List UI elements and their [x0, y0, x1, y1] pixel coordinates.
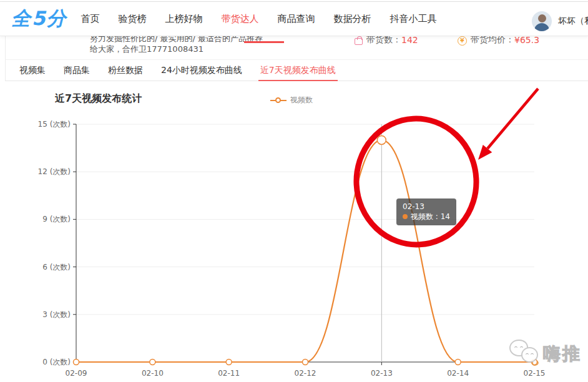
app-screen: 全5分 首页 验货榜 上榜好物 带货达人 商品查询 数据分析 抖音小工具 坏坏（… — [0, 0, 588, 382]
y-axis-tick-label: 3 (次数) — [42, 310, 71, 319]
x-axis-tick-label: 02-12 — [295, 369, 316, 378]
tab-24h-publish-curve[interactable]: 24小时视频发布曲线 — [161, 60, 242, 81]
haitui-watermark: 嗨推 — [506, 338, 582, 370]
chart-legend[interactable]: 视频数 — [270, 95, 313, 105]
nav-item-inspection-rank[interactable]: 验货榜 — [119, 13, 147, 25]
watermark-text: 嗨推 — [543, 342, 582, 366]
y-axis-tick-label: 0 (次数) — [42, 358, 71, 366]
nav-item-influencers[interactable]: 带货达人 — [222, 13, 259, 25]
nav-item-home[interactable]: 首页 — [81, 13, 100, 25]
x-axis-tick-label: 02-14 — [447, 369, 469, 378]
app-logo[interactable]: 全5分 — [11, 6, 67, 32]
user-name[interactable]: 坏坏（私人 — [558, 16, 588, 27]
tab-video-collection[interactable]: 视频集 — [19, 60, 46, 81]
tooltip-value: 视频数 : 14 — [411, 212, 450, 221]
user-avatar[interactable] — [532, 11, 552, 31]
tooltip-date: 02-13 — [403, 202, 450, 212]
chart-title: 近7天视频发布统计 — [55, 92, 142, 105]
data-point-marker — [377, 135, 386, 144]
series-line — [76, 140, 534, 362]
series-dot-icon — [403, 214, 408, 219]
x-axis-tick-label: 02-15 — [524, 369, 546, 378]
y-axis-tick-label: 15 (次数) — [38, 120, 71, 129]
y-axis-tick-label: 9 (次数) — [42, 215, 71, 223]
nav-item-top-goods[interactable]: 上榜好物 — [165, 13, 203, 25]
nav-item-product-search[interactable]: 商品查询 — [278, 13, 315, 25]
chart-tooltip: 02-13 视频数 : 14 — [396, 198, 456, 225]
line-chart-plot-area[interactable]: 0 (次数)3 (次数)6 (次数)9 (次数)12 (次数)15 (次数)02… — [0, 0, 588, 382]
tab-fans-data[interactable]: 粉丝数据 — [108, 60, 143, 81]
legend-label: 视频数 — [290, 95, 313, 105]
line-series-legend-icon — [270, 97, 287, 103]
data-point-marker — [455, 360, 461, 365]
chat-bubbles-logo-icon — [506, 338, 542, 370]
nav-item-douyin-tools[interactable]: 抖音小工具 — [390, 13, 437, 25]
tooltip-series-row: 视频数 : 14 — [403, 212, 450, 222]
x-axis-tick-label: 02-10 — [142, 369, 164, 378]
x-axis-tick-label: 02-09 — [66, 369, 87, 378]
nav-item-data-analysis[interactable]: 数据分析 — [334, 13, 371, 25]
y-axis-tick-label: 12 (次数) — [38, 167, 71, 176]
active-nav-underline — [244, 41, 284, 43]
x-axis-tick-label: 02-11 — [218, 369, 240, 378]
x-axis-tick-label: 02-13 — [371, 369, 393, 378]
main-nav: 首页 验货榜 上榜好物 带货达人 商品查询 数据分析 抖音小工具 — [81, 13, 437, 25]
data-point-marker — [226, 360, 232, 365]
data-point-marker — [150, 360, 155, 365]
data-point-marker — [303, 360, 308, 365]
tab-7day-publish-curve[interactable]: 近7天视频发布曲线 — [260, 60, 336, 81]
user-account[interactable]: 坏坏（私人 — [532, 4, 588, 38]
detail-tabbar: 视频集 商品集 粉丝数据 24小时视频发布曲线 近7天视频发布曲线 — [5, 59, 588, 81]
top-navbar: 全5分 首页 验货榜 上榜好物 带货达人 商品查询 数据分析 抖音小工具 坏坏（… — [0, 2, 588, 36]
y-axis-tick-label: 6 (次数) — [42, 263, 71, 272]
data-point-marker — [74, 360, 79, 365]
tab-product-collection[interactable]: 商品集 — [64, 60, 90, 81]
